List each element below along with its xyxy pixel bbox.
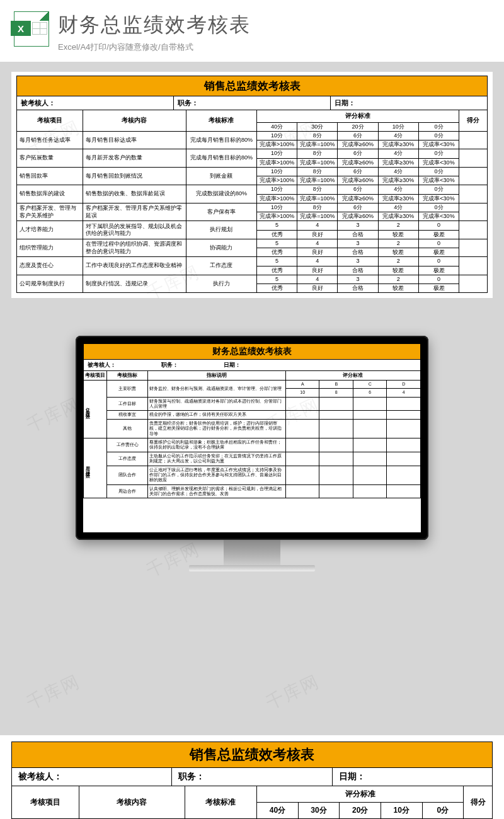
score-cell: 0分 — [418, 167, 459, 176]
score-cell: 0分 — [418, 122, 459, 131]
col-standard: 考核标准 — [186, 110, 256, 131]
row-project: 人才培养能力 — [17, 221, 83, 239]
s2-indicator: 工作目标 — [107, 397, 147, 411]
rate-cell: 优秀 — [256, 248, 297, 257]
num-cell: 4 — [387, 389, 421, 397]
pk-col4: 评分标准 — [257, 786, 464, 803]
score-cell: 2 — [378, 221, 418, 230]
rate-cell: 完成率=100% — [297, 194, 338, 203]
rate-cell: 极差 — [418, 230, 459, 239]
peek-table: 考核项目 考核内容 考核标准 评分标准 得分 40分30分20分10分0分 — [11, 786, 493, 819]
abcd-cell: D — [387, 380, 421, 388]
score-cell: 3 — [338, 257, 378, 266]
s2-indicator: 周边合作 — [107, 484, 147, 498]
score-cell: 5 — [256, 257, 297, 266]
s2-indicator: 税收事宜 — [107, 411, 147, 419]
rate-cell: 较差 — [378, 284, 418, 293]
s2-desc: 尊重维护公司的利益和形象；积极主动承担相应的工作任务和责任；保持良好的出勤记录，… — [147, 438, 285, 452]
rate-cell: 良好 — [297, 284, 338, 293]
s2-indicator: 工作态度 — [107, 452, 147, 466]
s2-indicator: 工作责任心 — [107, 438, 147, 452]
score-cell: 6分 — [338, 131, 378, 140]
rate-cell: 完成率≥30% — [378, 140, 418, 149]
score-cell: 4分 — [378, 167, 418, 176]
rate-cell: 完成率>100% — [256, 176, 297, 185]
score-value — [459, 131, 488, 149]
row-content: 销售数据的收集、数据库龄延误 — [83, 185, 186, 203]
s2-date: 日期： — [220, 360, 244, 370]
excel-icon: X — [14, 11, 49, 47]
peek-position: 职务： — [172, 768, 332, 786]
row-standard: 执行力 — [186, 275, 256, 293]
score-cell: 4分 — [378, 185, 418, 194]
num-cell: 6 — [353, 389, 387, 397]
rate-cell: 极差 — [418, 248, 459, 257]
s2-desc: 负责定期经济分析；财务软件的使用培训，维护；进行内部报销审核，建立相关报销综合帐… — [147, 419, 285, 438]
row-project: 客户档案开发、管理与客户关系维护 — [17, 203, 83, 221]
row-project: 客户拓展数量 — [17, 149, 83, 168]
score-cell: 0分 — [418, 185, 459, 194]
s2-indicator: 主要职责 — [107, 380, 147, 397]
score-value — [459, 203, 488, 221]
rate-cell: 完成率≥60% — [338, 140, 378, 149]
abcd-cell: B — [319, 380, 353, 388]
sheet2-title: 财务总监绩效考核表 — [83, 343, 421, 360]
score-value — [459, 221, 488, 239]
row-standard: 到账金额 — [186, 167, 256, 185]
rate-cell: 良好 — [297, 230, 338, 239]
row-project: 每月销售任务达成率 — [17, 131, 83, 149]
num-cell: 10 — [285, 389, 319, 397]
meta-position: 职务： — [174, 96, 331, 110]
score-value — [459, 275, 488, 293]
rate-cell: 完成率<30% — [418, 158, 459, 167]
rate-cell: 完成率≥30% — [378, 212, 418, 221]
score-cell: 0分 — [418, 203, 459, 212]
rate-cell: 完成率<30% — [418, 176, 459, 185]
s2-col3: 指标说明 — [147, 371, 285, 380]
peek-date: 日期： — [333, 768, 492, 786]
rate-cell: 完成率>100% — [256, 140, 297, 149]
score-cell: 8分 — [297, 167, 338, 176]
score-cell: 10分 — [256, 203, 297, 212]
score-value — [459, 149, 488, 168]
rate-cell: 完成率≥60% — [338, 158, 378, 167]
score-cell: 10分 — [256, 167, 297, 176]
sheet1-title: 销售总监绩效考核表 — [16, 76, 488, 96]
row-standard: 完成每月销售目标的80% — [186, 149, 256, 168]
s2-col2: 考核指标 — [107, 371, 147, 380]
pk-score-cell: 0分 — [422, 803, 464, 819]
row-content: 客户档案开发、管理月客户关系维护零延误 — [83, 203, 186, 221]
watermark: 千库网 — [262, 670, 324, 715]
col-score: 得分 — [459, 110, 488, 131]
score-cell: 3 — [338, 221, 378, 230]
sheet2-table: 考核项目 考核指标 指标说明 评分标准 任务绩效主要职责财务监控、财务分析与预测… — [83, 371, 421, 498]
score-cell: 20分 — [338, 122, 378, 131]
score-cell: 0 — [418, 257, 459, 266]
rate-cell: 完成率=100% — [297, 212, 338, 221]
score-cell: 0 — [418, 239, 459, 248]
row-content: 制度执行情况、违规记录 — [83, 275, 186, 293]
score-cell: 3 — [338, 239, 378, 248]
score-value — [459, 167, 488, 185]
rate-cell: 较差 — [378, 230, 418, 239]
rate-cell: 完成率≥30% — [378, 176, 418, 185]
score-cell: 3 — [338, 275, 378, 284]
score-cell: 5 — [256, 221, 297, 230]
meta-date: 日期： — [331, 96, 487, 110]
bottom-peek: 销售总监绩效考核表 被考核人： 职务： 日期： 考核项目 考核内容 考核标准 评… — [0, 735, 504, 819]
pk-score-cell: 40分 — [257, 803, 299, 819]
rate-cell: 合格 — [338, 284, 378, 293]
row-standard: 执行规划 — [186, 221, 256, 239]
pk-col1: 考核项目 — [12, 786, 79, 819]
score-value — [459, 257, 488, 275]
s2-desc: 财务监控、财务分析与预测、疏通融资渠道、审计管理、分部门管理 — [147, 380, 285, 397]
s2-indicator: 团队合作 — [107, 466, 147, 484]
score-value — [459, 185, 488, 203]
row-standard: 工作态度 — [186, 257, 256, 275]
score-cell: 40分 — [256, 122, 297, 131]
pk-col2: 考核内容 — [79, 786, 185, 819]
score-cell: 4 — [297, 221, 338, 230]
s2-desc: 税金的申报，缴纳的工作；保持有关任职双方关系 — [147, 411, 285, 419]
s2-desc: 财务预算与控制、疏通融资渠道对各部门的成本进行控制、分管部门人员管理 — [147, 397, 285, 411]
row-content: 每月新开发客户的数量 — [83, 149, 186, 168]
